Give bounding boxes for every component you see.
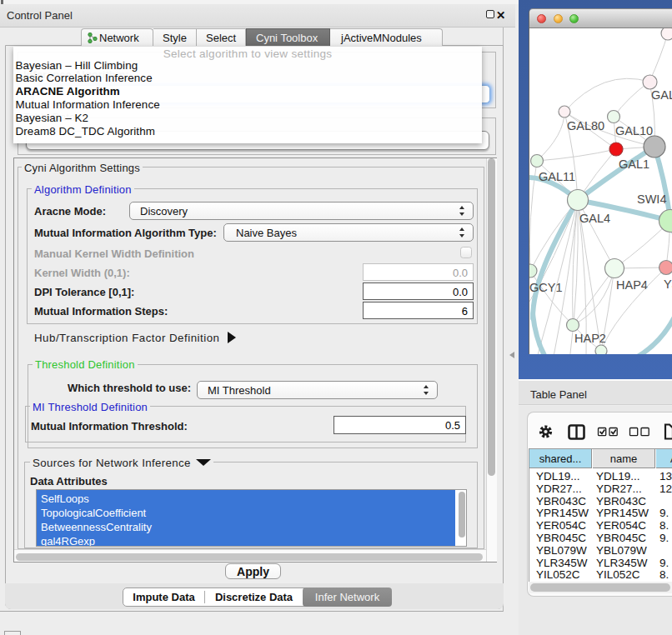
svg-text:SWI4: SWI4 [637, 192, 666, 206]
svg-text:GAL1: GAL1 [619, 158, 649, 171]
svg-text:GAL11: GAL11 [539, 170, 575, 183]
svg-text:GAL10: GAL10 [615, 124, 653, 138]
svg-text:GCY1: GCY1 [529, 281, 563, 294]
svg-text:GAL80: GAL80 [567, 119, 604, 132]
svg-text:GAL2: GAL2 [651, 88, 672, 102]
svg-text:HAP4: HAP4 [616, 278, 648, 292]
svg-text:HAP2: HAP2 [574, 332, 606, 345]
svg-text:GAL4: GAL4 [579, 212, 610, 225]
svg-text:YJ: YJ [664, 278, 672, 291]
